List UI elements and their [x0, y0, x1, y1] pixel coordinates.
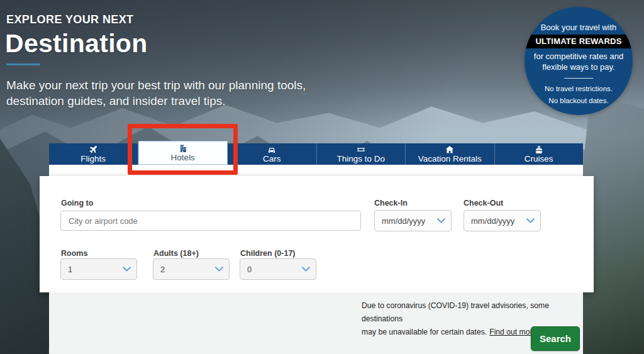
- check-in-value: mm/dd/yyyy: [382, 216, 425, 226]
- product-tab-bar: Flights Hotels Cars Things to Do Vacatio…: [49, 143, 583, 165]
- tab-label: Vacation Rentals: [418, 155, 482, 163]
- hotel-search-panel: Going to Check-In mm/dd/yyyy Check-Out m…: [40, 176, 594, 292]
- chevron-down-icon: [526, 218, 535, 224]
- rooms-label: Rooms: [61, 249, 87, 258]
- badge-line-1: Book your travel with: [525, 23, 633, 32]
- check-out-value: mm/dd/yyyy: [471, 216, 514, 226]
- chevron-down-icon: [437, 218, 445, 224]
- adults-label: Adults (18+): [153, 249, 199, 258]
- children-value: 0: [247, 265, 252, 274]
- page-title: Destination: [5, 29, 148, 58]
- rooms-select[interactable]: 1: [60, 258, 137, 280]
- tab-label: Things to Do: [336, 155, 385, 163]
- chevron-down-icon: [215, 267, 223, 272]
- hero-tagline: Make your next trip your best trip with …: [6, 77, 306, 109]
- tagline-line-1: Make your next trip your best trip with …: [6, 79, 306, 92]
- house-icon: [445, 145, 454, 154]
- covid-notice-line-1: Due to coronavirus (COVID-19) travel adv…: [362, 301, 549, 323]
- ticket-icon: [357, 145, 365, 154]
- badge-brand-band: ULTIMATE REWARDS: [525, 35, 633, 48]
- badge-divider: [564, 78, 593, 79]
- check-out-label: Check-Out: [464, 199, 503, 207]
- covid-notice-line-2: may be unavailable for certain dates.: [362, 328, 487, 336]
- car-icon: [267, 145, 276, 154]
- going-to-input[interactable]: [60, 211, 361, 231]
- tab-label: Cars: [263, 155, 281, 163]
- check-out-select[interactable]: mm/dd/yyyy: [464, 210, 541, 231]
- children-select[interactable]: 0: [240, 258, 316, 280]
- plane-icon: [89, 145, 97, 154]
- check-in-select[interactable]: mm/dd/yyyy: [374, 210, 452, 231]
- tab-hotels[interactable]: Hotels: [138, 141, 228, 165]
- chevron-down-icon: [302, 267, 310, 272]
- search-footer-strip: Due to coronavirus (COVID-19) travel adv…: [49, 292, 583, 354]
- hotel-building-icon: [179, 144, 187, 153]
- badge-line-2: for competitive rates and: [525, 51, 633, 62]
- badge-line-3: flexible ways to pay.: [525, 62, 633, 72]
- tab-things-to-do[interactable]: Things to Do: [317, 143, 406, 165]
- search-button[interactable]: Search: [531, 326, 580, 351]
- tab-label: Cruises: [525, 155, 553, 163]
- ultimate-rewards-badge: Book your travel with ULTIMATE REWARDS f…: [525, 7, 633, 115]
- badge-note-1: No travel restrictions.: [525, 83, 633, 95]
- children-label: Children (0-17): [240, 249, 296, 258]
- tab-flights[interactable]: Flights: [49, 143, 138, 165]
- check-in-label: Check-In: [374, 199, 408, 207]
- ship-icon: [535, 145, 543, 154]
- tab-label: Hotels: [171, 153, 195, 162]
- tab-vacation-rentals[interactable]: Vacation Rentals: [406, 143, 495, 165]
- adults-select[interactable]: 2: [153, 258, 230, 280]
- tagline-line-2: destination guides, and insider travel t…: [6, 94, 226, 108]
- chevron-down-icon: [123, 267, 131, 272]
- rooms-value: 1: [68, 265, 72, 274]
- adults-value: 2: [160, 265, 165, 274]
- hero-kicker: EXPLORE YOUR NEXT: [6, 13, 134, 26]
- tab-content-strip: [49, 165, 583, 177]
- tab-cars[interactable]: Cars: [228, 143, 317, 165]
- tab-cruises[interactable]: Cruises: [495, 143, 584, 165]
- tab-label: Flights: [80, 155, 106, 163]
- travel-booking-page: EXPLORE YOUR NEXT Destination Make your …: [0, 0, 644, 354]
- going-to-label: Going to: [61, 199, 93, 207]
- title-underline: [6, 64, 40, 65]
